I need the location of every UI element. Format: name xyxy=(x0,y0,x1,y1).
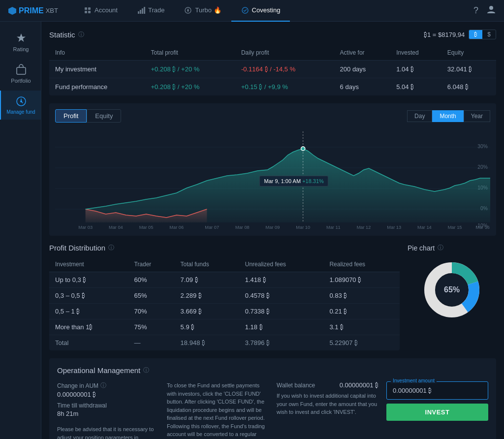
wallet-balance-value: 0.00000001 ₿ xyxy=(340,381,378,389)
row1-daily-profit: -0.1164 ₿ / -14,5 % xyxy=(235,61,334,78)
sidebar-item-portfolio[interactable]: Portfolio xyxy=(0,59,41,89)
svg-text:Mar 03: Mar 03 xyxy=(78,225,93,230)
svg-text:65%: 65% xyxy=(444,285,460,294)
svg-point-11 xyxy=(489,6,493,10)
svg-text:Mar 14: Mar 14 xyxy=(417,225,432,230)
logo: PRIME XBT xyxy=(8,6,58,15)
sidebar-item-rating[interactable]: Rating xyxy=(0,28,41,57)
op-warning-text: Please be advised that it is necessary t… xyxy=(57,425,159,439)
day-btn[interactable]: Day xyxy=(407,110,432,122)
svg-text:Mar 07: Mar 07 xyxy=(205,225,219,230)
row2-equity: 6.048 ₿ xyxy=(441,78,496,96)
row1-equity: 32.041 ₿ xyxy=(441,61,496,78)
chart-controls: Profit Equity Day Month Year xyxy=(55,109,490,123)
svg-text:Mar 13: Mar 13 xyxy=(387,225,401,230)
main-content: Statistic ⓘ ₿1 = $8179,94 ₿ $ Info Total… xyxy=(41,22,504,439)
dist-th-realized: Realized fees xyxy=(323,257,400,272)
logo-text: PRIME xyxy=(19,6,44,15)
layout: Rating Portfolio Manage fund Statistic ⓘ… xyxy=(0,22,504,439)
svg-point-14 xyxy=(20,100,22,102)
profile-button[interactable] xyxy=(486,4,496,17)
logo-suffix: XBT xyxy=(46,7,58,14)
wallet-section: Wallet balance 0.00000001 ₿ If you wish … xyxy=(277,381,378,416)
list-item: More than 1₿ 75% 5.9 ₿ 1.18 ₿ 3.1 ₿ xyxy=(49,319,400,335)
nav-items: Account Trade Turbo 🔥 Covesting xyxy=(74,0,473,22)
svg-rect-2 xyxy=(88,7,91,10)
top-nav: PRIME XBT Account Trade Turbo 🔥 Covestin… xyxy=(0,0,504,22)
row2-active-for: 6 days xyxy=(334,78,391,96)
svg-text:Mar 05: Mar 05 xyxy=(139,225,154,230)
statistic-header: Statistic ⓘ ₿1 = $8179,94 ₿ $ xyxy=(49,30,496,39)
dist-th-unrealized: Unrealized fees xyxy=(239,257,324,272)
wallet-balance-label: Wallet balance xyxy=(277,382,315,389)
svg-text:Mar 08: Mar 08 xyxy=(235,225,250,230)
invest-section: Investment amount INVEST xyxy=(386,381,488,421)
time-till-withdrawal-value: 8h 21m xyxy=(57,410,159,417)
list-item: 0,3 – 0,5 ₿ 65% 2.289 ₿ 0.4578 ₿ 0.83 ₿ xyxy=(49,288,400,304)
svg-text:Mar 16: Mar 16 xyxy=(475,225,490,230)
svg-text:Mar 15: Mar 15 xyxy=(448,225,462,230)
nav-right: ? xyxy=(473,4,496,17)
nav-item-trade[interactable]: Trade xyxy=(127,0,174,22)
op-info-icon[interactable]: ⓘ xyxy=(143,366,149,375)
dist-th-total-funds: Total funds xyxy=(175,257,239,272)
nav-trade-label: Trade xyxy=(148,6,164,14)
profit-dist-info-icon[interactable]: ⓘ xyxy=(108,244,114,252)
svg-rect-3 xyxy=(85,11,87,13)
th-total-profit: Total profit xyxy=(145,45,235,61)
svg-rect-4 xyxy=(88,11,91,13)
dist-th-investment: Investment xyxy=(49,257,128,272)
usd-currency-btn[interactable]: $ xyxy=(482,30,496,39)
chart-svg-wrap: 30% 20% 10% 0% -10% Mar 03 Mar xyxy=(55,126,490,230)
svg-rect-8 xyxy=(144,7,145,14)
profit-dist-title: Profit Distribution ⓘ xyxy=(49,244,400,252)
invest-input-wrap: Investment amount xyxy=(386,381,488,400)
dist-th-trader: Trader xyxy=(128,257,174,272)
op-grid: Change in AUM ⓘ 0.00000001 ₿ Time till w… xyxy=(57,381,488,439)
svg-rect-6 xyxy=(140,10,141,14)
svg-text:Mar 09: Mar 09 xyxy=(266,225,280,230)
sidebar-manage-fund-label: Manage fund xyxy=(6,109,35,115)
invest-input-label: Investment amount xyxy=(391,378,437,383)
profit-dist-header: Profit Distribution ⓘ xyxy=(49,244,400,252)
currency-toggle: ₿ $ xyxy=(469,30,496,39)
svg-rect-1 xyxy=(85,7,87,10)
nav-account-label: Account xyxy=(94,6,118,14)
svg-text:Mar 12: Mar 12 xyxy=(357,225,371,230)
statistic-info-icon[interactable]: ⓘ xyxy=(78,31,84,39)
invest-button[interactable]: INVEST xyxy=(386,404,488,421)
svg-rect-7 xyxy=(142,8,143,14)
investment-amount-input[interactable] xyxy=(387,382,488,399)
list-item: Up to 0,3 ₿ 60% 7.09 ₿ 1.418 ₿ 1.089070 … xyxy=(49,272,400,288)
svg-text:30%: 30% xyxy=(477,144,488,149)
th-equity: Equity xyxy=(441,45,496,61)
close-fund-desc: To close the Fund and settle payments wi… xyxy=(167,381,269,439)
table-row: Fund performance +0.208 ₿ / +20 % +0.15 … xyxy=(49,78,496,96)
equity-chart-btn[interactable]: Equity xyxy=(87,109,121,123)
btc-currency-btn[interactable]: ₿ xyxy=(469,30,482,39)
nav-item-turbo[interactable]: Turbo 🔥 xyxy=(174,0,231,22)
time-till-withdrawal-field: Time till withdrawal 8h 21m xyxy=(57,402,159,417)
sidebar-item-manage-fund[interactable]: Manage fund xyxy=(0,91,41,120)
pie-chart-title: Pie chart ⓘ xyxy=(408,244,496,252)
month-btn[interactable]: Month xyxy=(432,110,463,122)
dist-table: Investment Trader Total funds Unrealized… xyxy=(49,257,400,350)
sidebar-rating-label: Rating xyxy=(13,46,29,52)
aum-info-icon[interactable]: ⓘ xyxy=(100,381,106,390)
btc-rate: ₿1 = $8179,94 ₿ $ xyxy=(424,30,496,39)
svg-text:Mar 04: Mar 04 xyxy=(109,225,123,230)
profit-chart-btn[interactable]: Profit xyxy=(55,109,87,123)
pie-svg: 65% xyxy=(408,258,496,322)
stats-table: Info Total profit Daily profit Active fo… xyxy=(49,45,496,95)
help-button[interactable]: ? xyxy=(473,5,478,16)
year-btn[interactable]: Year xyxy=(464,110,490,122)
nav-item-covesting[interactable]: Covesting xyxy=(231,0,290,22)
row1-info: My investment xyxy=(49,61,145,78)
pie-chart-info-icon[interactable]: ⓘ xyxy=(438,244,443,252)
row2-daily-profit: +0.15 ₿ / +9,9 % xyxy=(235,78,334,96)
nav-item-account[interactable]: Account xyxy=(74,0,127,22)
wallet-desc: If you wish to invest additional capital… xyxy=(277,392,378,416)
table-row: My investment +0.208 ₿ / +20 % -0.1164 ₿… xyxy=(49,61,496,78)
statistic-title: Statistic ⓘ xyxy=(49,31,84,39)
list-item: Total — 18.948 ₿ 3.7896 ₿ 5.22907 ₿ xyxy=(49,335,400,351)
